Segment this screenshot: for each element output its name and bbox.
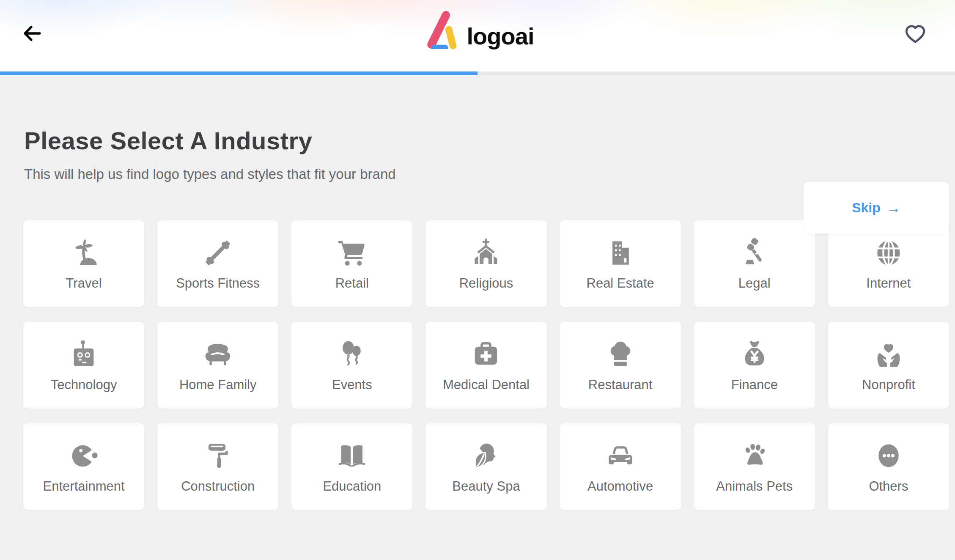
arrow-left-icon [21, 22, 43, 46]
ellipsis-icon [872, 439, 905, 472]
industry-card-legal[interactable]: Legal [694, 220, 815, 307]
industry-card-label: Beauty Spa [452, 479, 520, 494]
industry-card-label: Education [323, 479, 381, 494]
chef-hat-icon [604, 338, 637, 371]
church-icon [469, 236, 502, 269]
car-icon [604, 439, 637, 472]
progress-fill [0, 71, 478, 75]
industry-card-religious[interactable]: Religious [425, 220, 546, 307]
first-aid-kit-icon [469, 338, 502, 371]
arrow-right-icon: → [886, 200, 901, 216]
industry-card-label: Technology [51, 377, 117, 393]
dumbbell-icon [201, 236, 234, 269]
skip-label: Skip [852, 200, 881, 216]
industry-card-label: Finance [731, 377, 778, 393]
industry-card-restaurant[interactable]: Restaurant [560, 322, 681, 409]
globe-icon [872, 236, 905, 269]
paw-icon [738, 439, 771, 472]
armchair-icon [201, 338, 234, 371]
industry-card-medical-dental[interactable]: Medical Dental [425, 322, 546, 409]
industry-card-label: Medical Dental [443, 377, 530, 393]
open-book-icon [335, 439, 368, 472]
industry-card-automotive[interactable]: Automotive [560, 423, 681, 510]
industry-card-finance[interactable]: Finance [694, 322, 815, 409]
industry-card-label: Internet [866, 276, 911, 291]
industry-card-label: Others [869, 479, 908, 494]
industry-card-home-family[interactable]: Home Family [157, 322, 278, 409]
palm-tree-island-icon [67, 236, 100, 269]
heart-icon [903, 21, 928, 47]
industry-card-label: Animals Pets [716, 479, 793, 494]
industry-card-events[interactable]: Events [291, 322, 412, 409]
main-content: Please Select A Industry This will help … [0, 127, 955, 510]
industry-card-label: Construction [181, 479, 255, 494]
industry-card-real-estate[interactable]: Real Estate [560, 220, 681, 307]
industry-card-label: Events [332, 377, 372, 393]
paint-roller-icon [201, 439, 234, 472]
industry-card-education[interactable]: Education [291, 423, 412, 510]
industry-card-label: Sports Fitness [176, 276, 260, 291]
hands-heart-icon [872, 338, 905, 371]
robot-icon [67, 338, 100, 371]
industry-card-label: Religious [459, 276, 513, 291]
industry-grid: TravelSports FitnessRetailReligiousReal … [23, 220, 949, 510]
industry-card-label: Automotive [587, 479, 653, 494]
industry-card-travel[interactable]: Travel [23, 220, 144, 307]
favorites-button[interactable] [902, 20, 929, 47]
back-button[interactable] [20, 22, 44, 46]
shopping-cart-icon [335, 236, 368, 269]
industry-card-entertainment[interactable]: Entertainment [23, 423, 144, 510]
header: logoai [0, 0, 955, 71]
page-subtitle: This will help us find logo types and st… [24, 166, 949, 182]
gavel-icon [738, 236, 771, 269]
industry-card-label: Home Family [179, 377, 257, 393]
woman-leaf-icon [469, 439, 502, 472]
skip-button[interactable]: Skip → [804, 182, 949, 233]
industry-card-label: Restaurant [588, 377, 653, 393]
industry-card-nonprofit[interactable]: Nonprofit [828, 322, 949, 409]
industry-card-animals-pets[interactable]: Animals Pets [694, 423, 815, 510]
industry-card-sports-fitness[interactable]: Sports Fitness [157, 220, 278, 307]
logoai-logo[interactable]: logoai [421, 11, 534, 51]
industry-card-technology[interactable]: Technology [23, 322, 144, 409]
industry-card-label: Retail [335, 276, 369, 291]
industry-card-label: Travel [66, 276, 102, 291]
industry-card-label: Nonprofit [862, 377, 915, 393]
page-title: Please Select A Industry [24, 127, 949, 155]
logoai-mark-icon [421, 11, 463, 51]
pacman-icon [67, 439, 100, 472]
industry-card-label: Legal [738, 276, 771, 291]
logoai-wordmark: logoai [467, 25, 534, 51]
industry-card-beauty-spa[interactable]: Beauty Spa [425, 423, 546, 510]
money-bag-icon [738, 338, 771, 371]
industry-card-label: Real Estate [587, 276, 654, 291]
balloons-icon [335, 338, 368, 371]
industry-card-label: Entertainment [43, 479, 125, 494]
industry-card-retail[interactable]: Retail [291, 220, 412, 307]
progress-bar [0, 71, 955, 75]
industry-card-construction[interactable]: Construction [157, 423, 278, 510]
industry-card-others[interactable]: Others [828, 423, 949, 510]
buildings-icon [604, 236, 637, 269]
